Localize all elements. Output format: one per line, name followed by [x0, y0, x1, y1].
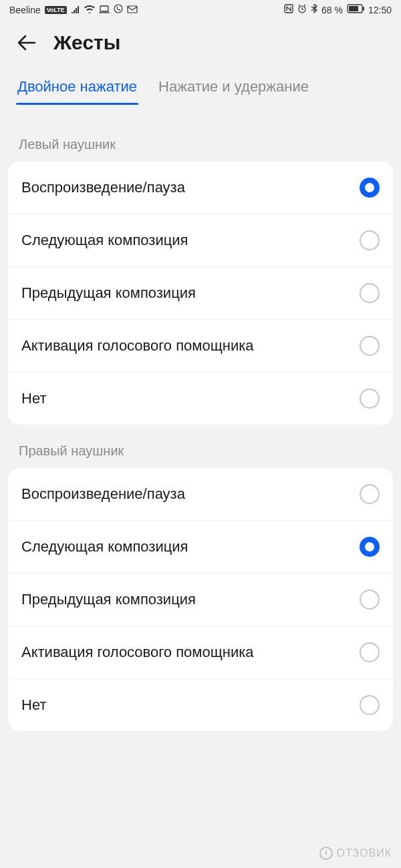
- tab-long-press[interactable]: Нажатие и удержание: [157, 73, 310, 105]
- status-bar: Beeline VoLTE 68 % 12:50: [0, 0, 401, 18]
- bluetooth-icon: [311, 4, 317, 15]
- battery-icon: [347, 4, 364, 15]
- option-label: Воспроизведение/пауза: [21, 179, 185, 196]
- radio-icon: [360, 178, 380, 198]
- battery-text: 68 %: [321, 5, 343, 15]
- option-play-pause-left[interactable]: Воспроизведение/пауза: [8, 162, 393, 214]
- option-prev-left[interactable]: Предыдущая композиция: [8, 267, 393, 320]
- page-title: Жесты: [53, 31, 120, 54]
- nfc-icon: [284, 4, 293, 15]
- radio-icon: [360, 283, 380, 303]
- option-voice-right[interactable]: Активация голосового помощника: [8, 626, 393, 679]
- svg-rect-7: [363, 7, 364, 11]
- option-label: Активация голосового помощника: [21, 337, 254, 355]
- option-next-left[interactable]: Следующая композиция: [8, 214, 393, 267]
- laptop-icon: [99, 5, 110, 15]
- option-label: Нет: [21, 390, 46, 407]
- status-left: Beeline VoLTE: [9, 4, 138, 15]
- status-right: 68 % 12:50: [284, 4, 392, 15]
- mail-icon: [127, 5, 138, 15]
- carrier-label: Beeline: [9, 5, 41, 15]
- radio-icon: [360, 389, 380, 409]
- option-label: Следующая композиция: [21, 538, 188, 556]
- svg-point-2: [114, 5, 122, 13]
- svg-rect-0: [100, 6, 108, 11]
- option-none-right[interactable]: Нет: [8, 679, 393, 731]
- option-label: Предыдущая композиция: [21, 591, 196, 608]
- radio-icon: [360, 336, 380, 356]
- option-label: Воспроизведение/пауза: [21, 485, 185, 503]
- tab-double-tap[interactable]: Двойное нажатие: [16, 73, 138, 105]
- option-voice-left[interactable]: Активация голосового помощника: [8, 320, 393, 373]
- option-label: Следующая композиция: [21, 232, 188, 249]
- card-right-earbud: Воспроизведение/пауза Следующая композиц…: [8, 468, 393, 731]
- option-prev-right[interactable]: Предыдущая композиция: [8, 574, 393, 626]
- volte-badge: VoLTE: [45, 6, 67, 14]
- option-label: Нет: [21, 696, 46, 714]
- radio-icon: [360, 230, 380, 250]
- option-label: Активация голосового помощника: [21, 644, 254, 661]
- tab-label: Нажатие и удержание: [158, 78, 309, 95]
- radio-icon: [360, 484, 380, 504]
- watermark-text: ОТЗОВИК: [337, 847, 392, 859]
- option-next-right[interactable]: Следующая композиция: [8, 521, 393, 574]
- tab-label: Двойное нажатие: [17, 78, 137, 95]
- radio-icon: [360, 537, 380, 557]
- wifi-icon: [84, 5, 95, 15]
- tabs: Двойное нажатие Нажатие и удержание: [0, 73, 401, 105]
- svg-rect-8: [349, 6, 358, 11]
- power-icon: [319, 847, 333, 860]
- option-none-left[interactable]: Нет: [8, 373, 393, 425]
- section-label-left: Левый наушник: [0, 105, 401, 162]
- radio-icon: [360, 590, 380, 610]
- alarm-icon: [297, 4, 307, 15]
- option-label: Предыдущая композиция: [21, 284, 196, 302]
- svg-rect-3: [128, 6, 137, 13]
- watermark: ОТЗОВИК: [319, 847, 392, 860]
- section-label-right: Правый наушник: [0, 425, 401, 468]
- time-label: 12:50: [368, 5, 392, 15]
- header: Жесты: [0, 18, 401, 73]
- option-play-pause-right[interactable]: Воспроизведение/пауза: [8, 468, 393, 521]
- radio-icon: [360, 695, 380, 715]
- radio-icon: [360, 642, 380, 662]
- card-left-earbud: Воспроизведение/пауза Следующая композиц…: [8, 162, 393, 425]
- whatsapp-icon: [114, 4, 123, 15]
- back-button[interactable]: [16, 32, 37, 53]
- arrow-left-icon: [17, 35, 36, 51]
- signal-icon: [71, 5, 80, 15]
